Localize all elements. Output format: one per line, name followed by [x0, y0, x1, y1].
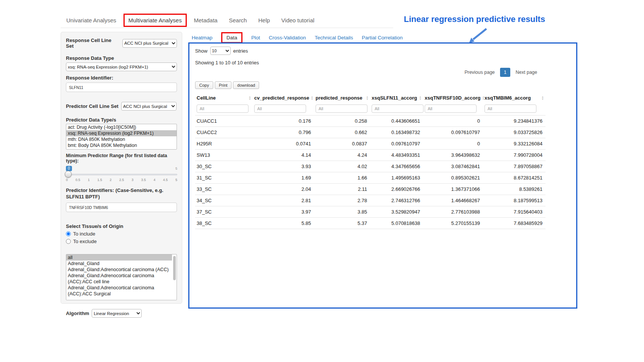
cell: 3.964398632 [423, 150, 483, 161]
cell: 0.0837 [314, 138, 370, 150]
list-option[interactable]: Adrenal_Gland:Adrenocortical carcinoma (… [66, 273, 172, 285]
nav-metadata[interactable]: Metadata [188, 17, 224, 23]
table-row: 37_SC 3.97 3.85 3.529820947 2.776103988 … [195, 206, 546, 218]
predictor-cell-line-set-select[interactable]: ACC NCI plus Surgical [121, 102, 177, 111]
tab-heatmap[interactable]: Heatmap [192, 35, 213, 41]
slider-handle[interactable] [65, 171, 72, 178]
nav-help[interactable]: Help [253, 17, 276, 23]
filter-input-cellline[interactable] [197, 105, 249, 113]
sort-icon[interactable]: ▲▼ [419, 96, 422, 100]
tab-technical-details[interactable]: Technical Details [315, 35, 353, 41]
header-row: CellLine▲▼ cv_predicted_response▲▼ predi… [195, 92, 546, 103]
cell: 3.087462841 [423, 161, 483, 172]
filter-row [195, 103, 546, 115]
nav-univariate-analyses[interactable]: Univariate Analyses [61, 17, 122, 23]
download-button[interactable]: download [233, 81, 259, 89]
print-button[interactable]: Print [215, 81, 232, 89]
cell: 0.097610797 [370, 138, 423, 150]
slider-ticks: 00.511.522.533.544.55 [66, 178, 177, 182]
cell: 2.81 [253, 195, 314, 206]
algorithm-select[interactable]: Linear Regression [92, 309, 142, 318]
main-nav: Univariate Analyses Multivariate Analyse… [61, 13, 393, 28]
cell: 3.93 [253, 161, 314, 172]
tab-plot[interactable]: Plot [251, 35, 260, 41]
cell: 7.683485929 [483, 218, 546, 229]
column-header-predicted-response[interactable]: predicted_response▲▼ [314, 92, 370, 103]
list-option[interactable]: act: Drug Activity (-log10[IC50M]) [66, 124, 177, 130]
to-exclude-radio[interactable] [66, 239, 71, 244]
column-header-xsqtmbim6-accorg[interactable]: xsqTMBIM6_accorg▲▼ [483, 92, 546, 103]
show-label: Show [195, 48, 208, 54]
min-predictor-range-slider[interactable]: 0 5 00.511.522.533.544.55 [66, 166, 177, 184]
response-data-type-select[interactable]: xsq: RNA-seq Expression (log2 FPKM+1) [66, 62, 177, 71]
cell: 0.097610797 [423, 127, 483, 138]
cell: 0.258 [314, 115, 370, 127]
response-identifier-input[interactable] [66, 83, 177, 92]
cell: 4.14 [253, 150, 314, 161]
tissue-listbox: all Adrenal_Gland Adrenal_Gland:Adrenoco… [66, 254, 177, 300]
list-option[interactable]: Adrenal_Gland:Adrenocortical carcinoma (… [66, 285, 172, 297]
column-header-cellline[interactable]: CellLine▲▼ [195, 92, 253, 103]
annotation-title: Linear regression predictive results [404, 14, 545, 24]
nav-video-tutorial[interactable]: Video tutorial [276, 17, 320, 23]
tab-data[interactable]: Data [221, 32, 243, 43]
cell: 2.78 [314, 195, 370, 206]
tissue-exclude-option[interactable]: To exclude [66, 239, 177, 244]
column-header-xsqtnfrsf10d-accorg[interactable]: xsqTNFRSF10D_accorg▲▼ [423, 92, 483, 103]
column-label: cv_predicted_response [254, 95, 309, 101]
next-page-button[interactable]: Next page [513, 68, 540, 77]
min-predictor-range-label: Minimum Predictor Range (for first liste… [66, 153, 177, 164]
cell-cellline: H295R [195, 138, 253, 150]
predictor-identifiers-input[interactable] [66, 203, 177, 212]
column-label: xsqTNFRSF10D_accorg [425, 95, 480, 101]
slider-value-badge: 0 [66, 166, 72, 171]
cell-cellline: CUACC1 [195, 115, 253, 127]
slider-track[interactable] [66, 174, 177, 175]
tab-partial-correlation[interactable]: Partial Correlation [362, 35, 403, 41]
pagination: Previous page 1 Next page [195, 68, 540, 77]
scrollbar-thumb[interactable] [173, 256, 176, 280]
cell: 1.495695163 [370, 172, 423, 184]
list-option[interactable]: Adrenal_Gland [66, 261, 172, 267]
list-option[interactable]: mth: DNA 850K Methylation [66, 136, 177, 142]
nav-search[interactable]: Search [223, 17, 253, 23]
export-buttons: Copy Print download [195, 81, 540, 89]
previous-page-button[interactable]: Previous page [462, 68, 497, 77]
list-option-selected[interactable]: all [66, 254, 172, 261]
sort-icon[interactable]: ▲▼ [249, 96, 251, 100]
panel-content: Show 10 entries Showing 1 to 10 of 10 en… [189, 44, 540, 229]
tab-cross-validation[interactable]: Cross-Validation [269, 35, 306, 41]
list-option[interactable]: bmt: Body DNA 850K Methylation [66, 142, 177, 148]
sort-icon[interactable]: ▲▼ [366, 96, 369, 100]
sort-icon[interactable]: ▲▼ [311, 96, 313, 100]
filter-input-xsqtnfrsf10d-accorg[interactable] [425, 105, 477, 113]
nav-multivariate-analyses[interactable]: Multivariate Analyses [123, 14, 187, 27]
predictor-cell-line-set-label: Predictor Cell Line Set [66, 103, 119, 109]
page-number-button[interactable]: 1 [500, 68, 510, 77]
cell: 5.070818638 [370, 218, 423, 229]
table-row: 34_SC 2.81 2.78 2.746312766 1.464668267 … [195, 195, 546, 206]
to-include-radio[interactable] [66, 231, 71, 236]
sort-icon[interactable]: ▲▼ [541, 96, 544, 100]
response-cell-line-set-select[interactable]: ACC NCI plus Surgical [122, 39, 177, 48]
cell: 0 [423, 138, 483, 150]
tissue-include-option[interactable]: To include [66, 231, 177, 237]
filter-input-cv-predicted-response[interactable] [254, 105, 306, 113]
list-option-selected[interactable]: xsq: RNA-seq Expression (log2 FPKM+1) [66, 130, 177, 136]
show-entries-select[interactable]: 10 [210, 47, 231, 55]
column-header-cv-predicted-response[interactable]: cv_predicted_response▲▼ [253, 92, 314, 103]
filter-input-xsqtmbim6-accorg[interactable] [485, 105, 536, 113]
show-entries-row: Show 10 entries [195, 47, 540, 55]
table-row: H295R 0.0741 0.0837 0.097610797 0 9.3321… [195, 138, 546, 150]
copy-button[interactable]: Copy [195, 81, 213, 89]
list-option[interactable]: Adrenal_Gland:Adrenocortical carcinoma (… [66, 267, 172, 273]
filter-input-xsqslfn11-accorg[interactable] [372, 105, 424, 113]
filter-input-predicted-response[interactable] [316, 105, 367, 113]
to-include-label: To include [73, 231, 95, 237]
cell: 2.776103988 [423, 206, 483, 218]
table-row: CUACC1 0.176 0.258 0.443606651 0 9.23484… [195, 115, 546, 127]
page: Univariate Analyses Multivariate Analyse… [0, 0, 644, 362]
cell: 4.483493351 [370, 150, 423, 161]
column-header-xsqslfn11-accorg[interactable]: xsqSLFN11_accorg▲▼ [370, 92, 423, 103]
table-row: 30_SC 3.93 4.02 4.347665656 3.087462841 … [195, 161, 546, 172]
